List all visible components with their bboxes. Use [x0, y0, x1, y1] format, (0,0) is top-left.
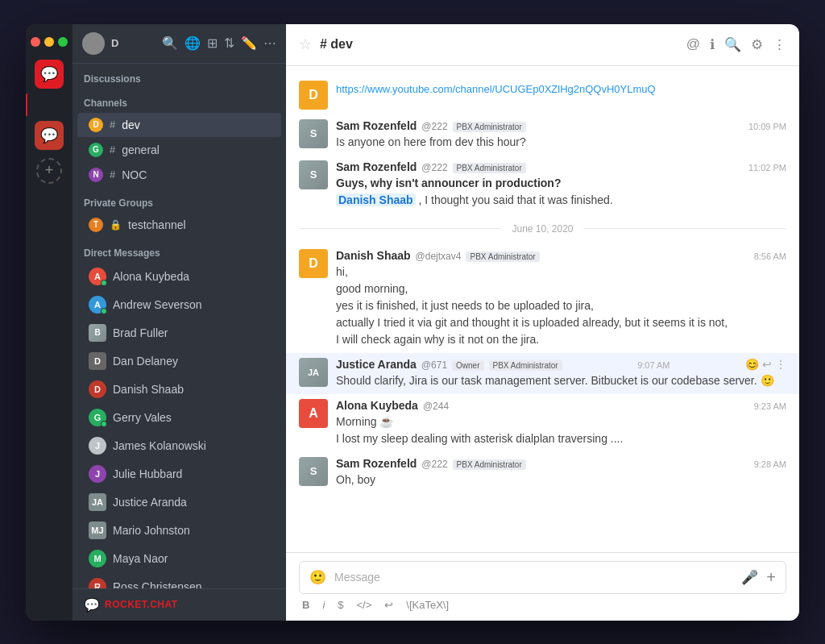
team-icon[interactable]: ⚙ [751, 36, 763, 53]
dm-label-alona: Alona Kuybeda [113, 270, 189, 283]
dm-brad[interactable]: B Brad Fuller [77, 319, 281, 347]
bold-button[interactable]: B [302, 599, 309, 611]
dm-avatar-maya: M [89, 550, 106, 567]
italic-button[interactable]: i [322, 599, 325, 611]
grid-icon[interactable]: ⊞ [207, 35, 218, 51]
dm-mario[interactable]: MJ Mario Johnston [77, 517, 281, 544]
message-input[interactable] [334, 571, 733, 584]
dm-label-ross: Ross Christensen [113, 580, 202, 588]
msg-avatar-sam2: S [299, 160, 328, 189]
msg-header-alona: Alona Kuybeda @244 9:23 AM [336, 399, 786, 412]
dm-james[interactable]: J James Kolanowski [77, 432, 281, 459]
microphone-icon[interactable]: 🎤 [741, 569, 758, 586]
reply-action-icon[interactable]: ↩ [762, 358, 772, 371]
msg-avatar-danish: D [299, 249, 328, 278]
star-icon[interactable]: ☆ [299, 35, 312, 53]
search-header-icon[interactable]: 🔍 [724, 36, 741, 53]
workspace-logo-1[interactable]: 💬 [35, 60, 64, 89]
dm-ross[interactable]: R Ross Christensen [77, 573, 281, 588]
chat-header: ☆ # dev @ ℹ 🔍 ⚙ ⋮ [286, 24, 799, 66]
msg-role2-justice: PBX Administrator [489, 360, 562, 371]
dm-andrew[interactable]: A Andrew Severson [77, 291, 281, 318]
msg-handle-sam1: @222 [421, 121, 447, 132]
dm-maya[interactable]: M Maya Naor [77, 545, 281, 572]
dm-avatar-brad: B [89, 324, 106, 342]
add-attachment-icon[interactable]: + [766, 568, 776, 587]
message-row: D Danish Shaab @dejtxav4 PBX Administrat… [286, 244, 799, 353]
msg-handle-sam2: @222 [421, 162, 447, 173]
date-separator: June 10, 2020 [299, 214, 786, 244]
channel-badge-noc: N [89, 168, 103, 182]
presence-dot-alona [101, 280, 107, 286]
sidebar-footer: 💬 ROCKET.CHAT [73, 588, 286, 621]
dm-danish[interactable]: D Danish Shaab [77, 376, 281, 403]
msg-content-justice: Justice Aranda @671 Owner PBX Administra… [336, 358, 786, 389]
more-action-icon[interactable]: ⋮ [775, 358, 786, 371]
date-separator-text: June 10, 2020 [512, 223, 573, 235]
msg-avatar-d: D [299, 81, 328, 110]
msg-content-sam2: Sam Rozenfeld @222 PBX Administrator 11:… [336, 160, 786, 209]
message-row: A Alona Kuybeda @244 9:23 AM Morning ☕ I… [286, 394, 799, 452]
channel-label-dev: dev [122, 118, 140, 131]
emoji-action-icon[interactable]: 😊 [745, 358, 759, 371]
dm-alona[interactable]: A Alona Kuybeda [77, 263, 281, 290]
undo-button[interactable]: ↩ [384, 599, 393, 611]
globe-icon[interactable]: 🌐 [184, 35, 201, 51]
add-workspace-button[interactable]: + [36, 158, 62, 184]
message-row: S Sam Rozenfeld @222 PBX Administrator 1… [286, 114, 799, 156]
edit-icon[interactable]: ✏️ [241, 35, 257, 51]
dm-avatar-alona: A [89, 268, 106, 285]
message-row-highlighted: JA Justice Aranda @671 Owner PBX Adminis… [286, 353, 799, 394]
msg-content-sam1: Sam Rozenfeld @222 PBX Administrator 10:… [336, 119, 786, 151]
channel-title: # dev [320, 37, 678, 52]
code-button[interactable]: </> [357, 599, 372, 611]
traffic-lights [26, 31, 73, 52]
search-icon[interactable]: 🔍 [162, 35, 178, 51]
info-icon[interactable]: ℹ [710, 36, 715, 53]
dm-julie[interactable]: J Julie Hubbard [77, 460, 281, 488]
emoji-input-icon[interactable]: 🙂 [309, 569, 326, 586]
user-avatar[interactable] [82, 32, 105, 55]
close-button[interactable] [31, 37, 40, 47]
dm-justice[interactable]: JA Justice Aranda [77, 488, 281, 516]
msg-name-justice: Justice Aranda [336, 358, 417, 371]
msg-header-sam2: Sam Rozenfeld @222 PBX Administrator 11:… [336, 160, 786, 173]
msg-role-sam3: PBX Administrator [453, 459, 526, 470]
more-icon[interactable]: ⋯ [263, 35, 276, 51]
dm-label-danish: Danish Shaab [113, 383, 184, 396]
channel-label-general: general [122, 143, 160, 156]
youtube-link[interactable]: https://www.youtube.com/channel/UCUGEp0X… [336, 83, 656, 95]
katex-button[interactable]: \[KaTeX\] [406, 599, 449, 611]
msg-time-sam3: 9:28 AM [754, 459, 786, 469]
active-indicator [26, 93, 27, 116]
workspace-logo-2[interactable]: 💬 [35, 121, 64, 150]
channel-item-dev[interactable]: D # dev [77, 113, 281, 137]
hash-icon-general: # [110, 143, 115, 156]
dm-label-andrew: Andrew Severson [113, 298, 202, 311]
chat-header-icons: @ ℹ 🔍 ⚙ ⋮ [686, 36, 786, 53]
dm-label-mario: Mario Johnston [113, 524, 190, 537]
msg-header-justice: Justice Aranda @671 Owner PBX Administra… [336, 358, 786, 371]
maximize-button[interactable] [58, 37, 68, 47]
msg-text-sam1: Is anyone on here from dev this hour? [336, 134, 786, 151]
mentions-icon[interactable]: @ [686, 36, 700, 52]
strike-button[interactable]: $ [338, 599, 343, 611]
msg-content-danish: Danish Shaab @dejtxav4 PBX Administrator… [336, 249, 786, 348]
message-row: D https://www.youtube.com/channel/UCUGEp… [286, 76, 799, 114]
dm-gerry[interactable]: G Gerry Vales [77, 404, 281, 431]
msg-name-sam2: Sam Rozenfeld [336, 160, 417, 173]
channel-item-noc[interactable]: N # NOC [77, 163, 281, 187]
msg-content-link: https://www.youtube.com/channel/UCUGEp0X… [336, 81, 786, 98]
channel-item-general[interactable]: G # general [77, 138, 281, 162]
minimize-button[interactable] [44, 37, 54, 47]
msg-role-danish: PBX Administrator [466, 251, 539, 262]
msg-name-alona: Alona Kuybeda [336, 399, 418, 412]
dm-avatar-ross: R [89, 578, 106, 588]
dm-label-gerry: Gerry Vales [113, 411, 172, 424]
sort-icon[interactable]: ⇅ [224, 35, 234, 51]
dm-dan[interactable]: D Dan Delaney [77, 347, 281, 375]
private-group-label-testchannel: testchannel [128, 218, 186, 231]
private-group-testchannel[interactable]: T 🔒 testchannel [77, 213, 281, 237]
msg-time-sam1: 10:09 PM [748, 122, 786, 131]
kebab-icon[interactable]: ⋮ [773, 36, 786, 53]
